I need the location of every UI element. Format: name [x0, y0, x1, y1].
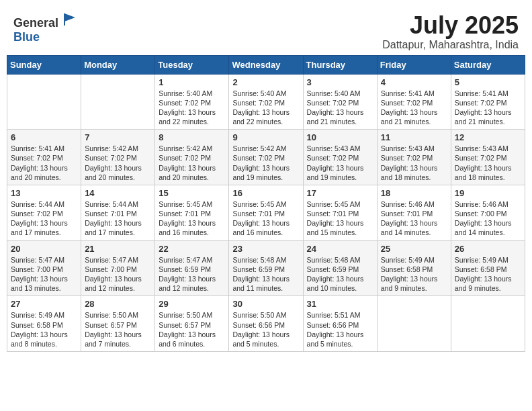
cell-info: Sunrise: 5:40 AMSunset: 7:02 PMDaylight:… [232, 89, 299, 127]
calendar-cell: 8 Sunrise: 5:42 AMSunset: 7:02 PMDayligh… [155, 130, 229, 185]
cell-info: Sunrise: 5:51 AMSunset: 6:56 PMDaylight:… [307, 310, 373, 349]
cell-info: Sunrise: 5:46 AMSunset: 7:00 PMDaylight:… [455, 199, 521, 238]
day-number: 14 [85, 188, 151, 198]
calendar-cell: 19 Sunrise: 5:46 AMSunset: 7:00 PMDaylig… [451, 185, 525, 240]
logo-flag-icon [63, 12, 78, 27]
calendar-cell: 2 Sunrise: 5:40 AMSunset: 7:02 PMDayligh… [229, 74, 303, 130]
week-row-3: 13 Sunrise: 5:44 AMSunset: 7:02 PMDaylig… [7, 185, 525, 240]
cell-info: Sunrise: 5:40 AMSunset: 7:02 PMDaylight:… [307, 89, 373, 127]
calendar-cell: 15 Sunrise: 5:45 AMSunset: 7:01 PMDaylig… [155, 185, 229, 240]
day-number: 12 [455, 132, 521, 142]
week-row-1: 1 Sunrise: 5:40 AMSunset: 7:02 PMDayligh… [7, 74, 525, 130]
week-row-5: 27 Sunrise: 5:49 AMSunset: 6:58 PMDaylig… [7, 296, 525, 352]
day-number: 28 [85, 299, 151, 309]
calendar-cell [81, 74, 155, 130]
calendar-cell: 13 Sunrise: 5:44 AMSunset: 7:02 PMDaylig… [7, 185, 81, 240]
cell-info: Sunrise: 5:44 AMSunset: 7:02 PMDaylight:… [11, 199, 77, 238]
calendar: Sunday Monday Tuesday Wednesday Thursday… [7, 55, 525, 352]
cell-info: Sunrise: 5:45 AMSunset: 7:01 PMDaylight:… [307, 199, 373, 238]
cell-info: Sunrise: 5:46 AMSunset: 7:01 PMDaylight:… [381, 199, 447, 238]
cell-info: Sunrise: 5:40 AMSunset: 7:02 PMDaylight:… [159, 89, 225, 127]
day-number: 1 [159, 77, 225, 87]
calendar-cell: 21 Sunrise: 5:47 AMSunset: 7:00 PMDaylig… [81, 240, 155, 296]
cell-info: Sunrise: 5:43 AMSunset: 7:02 PMDaylight:… [307, 144, 373, 182]
day-number: 6 [11, 132, 77, 142]
location-title: Dattapur, Maharashtra, India [382, 39, 519, 51]
cell-info: Sunrise: 5:47 AMSunset: 7:00 PMDaylight:… [85, 255, 151, 293]
calendar-cell: 29 Sunrise: 5:50 AMSunset: 6:57 PMDaylig… [155, 296, 229, 352]
day-number: 3 [307, 77, 373, 87]
day-number: 2 [232, 77, 299, 87]
day-number: 19 [455, 188, 521, 198]
col-tuesday: Tuesday [155, 55, 229, 74]
day-number: 16 [232, 188, 299, 198]
calendar-cell: 26 Sunrise: 5:49 AMSunset: 6:58 PMDaylig… [451, 240, 525, 296]
calendar-cell: 11 Sunrise: 5:43 AMSunset: 7:02 PMDaylig… [377, 130, 451, 185]
day-number: 24 [307, 244, 373, 254]
day-number: 30 [232, 299, 299, 309]
cell-info: Sunrise: 5:45 AMSunset: 7:01 PMDaylight:… [232, 199, 299, 238]
col-wednesday: Wednesday [229, 55, 303, 74]
calendar-cell: 28 Sunrise: 5:50 AMSunset: 6:57 PMDaylig… [81, 296, 155, 352]
week-row-4: 20 Sunrise: 5:47 AMSunset: 7:00 PMDaylig… [7, 240, 525, 296]
day-number: 25 [381, 244, 447, 254]
cell-info: Sunrise: 5:48 AMSunset: 6:59 PMDaylight:… [232, 255, 299, 293]
calendar-cell: 6 Sunrise: 5:41 AMSunset: 7:02 PMDayligh… [7, 130, 81, 185]
day-number: 26 [455, 244, 521, 254]
calendar-cell: 5 Sunrise: 5:41 AMSunset: 7:02 PMDayligh… [451, 74, 525, 130]
calendar-cell [451, 296, 525, 352]
calendar-cell: 24 Sunrise: 5:48 AMSunset: 6:59 PMDaylig… [303, 240, 377, 296]
cell-info: Sunrise: 5:41 AMSunset: 7:02 PMDaylight:… [381, 89, 447, 127]
logo-text: General Blue [13, 12, 78, 44]
cell-info: Sunrise: 5:45 AMSunset: 7:01 PMDaylight:… [159, 199, 225, 238]
day-number: 9 [232, 132, 299, 142]
calendar-cell: 16 Sunrise: 5:45 AMSunset: 7:01 PMDaylig… [229, 185, 303, 240]
logo: General Blue [13, 12, 78, 44]
cell-info: Sunrise: 5:47 AMSunset: 7:00 PMDaylight:… [11, 255, 77, 293]
calendar-cell: 20 Sunrise: 5:47 AMSunset: 7:00 PMDaylig… [7, 240, 81, 296]
calendar-cell [377, 296, 451, 352]
day-number: 13 [11, 188, 77, 198]
day-number: 23 [232, 244, 299, 254]
calendar-cell: 10 Sunrise: 5:43 AMSunset: 7:02 PMDaylig… [303, 130, 377, 185]
cell-info: Sunrise: 5:49 AMSunset: 6:58 PMDaylight:… [11, 310, 77, 349]
calendar-cell: 14 Sunrise: 5:44 AMSunset: 7:01 PMDaylig… [81, 185, 155, 240]
logo-general: General [13, 16, 58, 30]
cell-info: Sunrise: 5:43 AMSunset: 7:02 PMDaylight:… [455, 144, 521, 182]
day-number: 11 [381, 132, 447, 142]
cell-info: Sunrise: 5:44 AMSunset: 7:01 PMDaylight:… [85, 199, 151, 238]
calendar-cell: 7 Sunrise: 5:42 AMSunset: 7:02 PMDayligh… [81, 130, 155, 185]
cell-info: Sunrise: 5:41 AMSunset: 7:02 PMDaylight:… [455, 89, 521, 127]
week-row-2: 6 Sunrise: 5:41 AMSunset: 7:02 PMDayligh… [7, 130, 525, 185]
day-number: 20 [11, 244, 77, 254]
header-row: Sunday Monday Tuesday Wednesday Thursday… [7, 55, 525, 74]
calendar-cell [7, 74, 81, 130]
cell-info: Sunrise: 5:42 AMSunset: 7:02 PMDaylight:… [159, 144, 225, 182]
logo-blue: Blue [13, 30, 40, 44]
title-area: July 2025 Dattapur, Maharashtra, India [382, 12, 519, 51]
calendar-cell: 18 Sunrise: 5:46 AMSunset: 7:01 PMDaylig… [377, 185, 451, 240]
calendar-cell: 4 Sunrise: 5:41 AMSunset: 7:02 PMDayligh… [377, 74, 451, 130]
day-number: 7 [85, 132, 151, 142]
cell-info: Sunrise: 5:47 AMSunset: 6:59 PMDaylight:… [159, 255, 225, 293]
col-saturday: Saturday [451, 55, 525, 74]
cell-info: Sunrise: 5:42 AMSunset: 7:02 PMDaylight:… [232, 144, 299, 182]
cell-info: Sunrise: 5:50 AMSunset: 6:57 PMDaylight:… [85, 310, 151, 349]
day-number: 4 [381, 77, 447, 87]
day-number: 22 [159, 244, 225, 254]
calendar-cell: 31 Sunrise: 5:51 AMSunset: 6:56 PMDaylig… [303, 296, 377, 352]
calendar-cell: 25 Sunrise: 5:49 AMSunset: 6:58 PMDaylig… [377, 240, 451, 296]
calendar-cell: 27 Sunrise: 5:49 AMSunset: 6:58 PMDaylig… [7, 296, 81, 352]
calendar-cell: 9 Sunrise: 5:42 AMSunset: 7:02 PMDayligh… [229, 130, 303, 185]
cell-info: Sunrise: 5:49 AMSunset: 6:58 PMDaylight:… [381, 255, 447, 293]
day-number: 10 [307, 132, 373, 142]
col-sunday: Sunday [7, 55, 81, 74]
calendar-cell: 22 Sunrise: 5:47 AMSunset: 6:59 PMDaylig… [155, 240, 229, 296]
calendar-cell: 17 Sunrise: 5:45 AMSunset: 7:01 PMDaylig… [303, 185, 377, 240]
cell-info: Sunrise: 5:49 AMSunset: 6:58 PMDaylight:… [455, 255, 521, 293]
col-thursday: Thursday [303, 55, 377, 74]
col-monday: Monday [81, 55, 155, 74]
calendar-cell: 3 Sunrise: 5:40 AMSunset: 7:02 PMDayligh… [303, 74, 377, 130]
day-number: 5 [455, 77, 521, 87]
cell-info: Sunrise: 5:42 AMSunset: 7:02 PMDaylight:… [85, 144, 151, 182]
